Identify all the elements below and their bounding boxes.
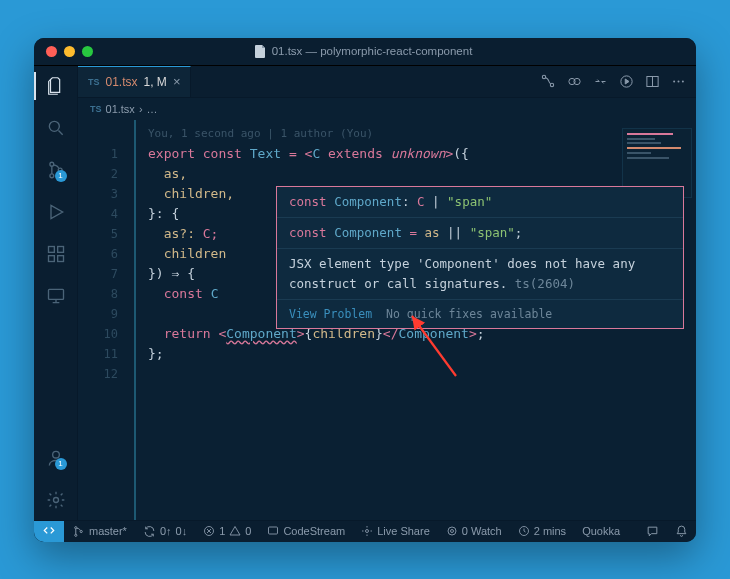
window-title-text: 01.tsx — polymorphic-react-component [272,45,473,57]
svg-point-19 [681,80,683,82]
scm-badge: 1 [55,170,67,182]
editor-area: TS 01.tsx 1, M × TS 01.tsx › [78,66,696,520]
more-actions-icon[interactable] [670,73,686,89]
editor-tabs: TS 01.tsx 1, M × [78,66,696,98]
compare-changes-icon[interactable] [540,73,556,89]
crumb-more: … [147,103,158,115]
svg-rect-6 [57,255,63,261]
run-icon[interactable] [618,73,634,89]
watch-indicator[interactable]: 0 Watch [438,521,510,542]
crumb-file: 01.tsx [106,103,135,115]
svg-point-21 [75,526,77,528]
file-icon [255,45,266,58]
annotation-arrow [406,310,462,380]
feedback-icon[interactable] [638,521,667,542]
hover-source-line: const Component = as || "span"; [277,218,683,248]
tab-status: 1, M [144,75,167,89]
svg-line-20 [412,316,456,376]
quokka-indicator[interactable]: Quokka [574,521,628,542]
window-title: 01.tsx — polymorphic-react-component [93,45,634,58]
titlebar: 01.tsx — polymorphic-react-component [34,38,696,66]
traffic-lights [46,46,93,57]
view-problem-link[interactable]: View Problem [289,305,372,323]
maximize-window-button[interactable] [82,46,93,57]
svg-point-27 [448,527,456,535]
svg-point-9 [52,451,59,458]
svg-rect-5 [48,255,54,261]
tab-filename: 01.tsx [106,75,138,89]
tab-01-tsx[interactable]: TS 01.tsx 1, M × [78,66,191,97]
crumb-lang: TS [90,104,102,114]
svg-point-2 [49,173,53,177]
remote-indicator[interactable] [34,521,64,542]
hover-tooltip: const Component: C | "span" const Compon… [276,186,684,329]
close-window-button[interactable] [46,46,57,57]
codestream-indicator[interactable]: CodeStream [259,521,353,542]
run-debug-icon[interactable] [44,200,68,224]
vscode-window: 01.tsx — polymorphic-react-component 1 [34,38,696,542]
svg-rect-8 [48,289,63,299]
hover-type-signature: const Component: C | "span" [277,187,683,217]
svg-point-23 [80,530,82,532]
status-bar: master* 0↑ 0↓ 1 0 CodeStream Live Share … [34,520,696,542]
split-editor-icon[interactable] [644,73,660,89]
svg-point-10 [53,497,58,502]
svg-rect-4 [48,246,54,252]
time-indicator[interactable]: 2 mins [510,521,574,542]
sync-indicator[interactable]: 0↑ 0↓ [135,521,195,542]
code-content[interactable]: You, 1 second ago | 1 author (You) expor… [136,120,696,520]
search-icon[interactable] [44,116,68,140]
svg-point-18 [677,80,679,82]
source-control-icon[interactable]: 1 [44,158,68,182]
liveshare-indicator[interactable]: Live Share [353,521,438,542]
git-blame-annotation: You, 1 second ago | 1 author (You) [148,124,696,144]
activity-bar: 1 1 [34,66,78,520]
explorer-icon[interactable] [44,74,68,98]
crumb-sep: › [139,103,143,115]
svg-rect-25 [269,527,278,534]
svg-rect-7 [57,246,63,252]
extensions-icon[interactable] [44,242,68,266]
svg-point-26 [366,530,369,533]
toggle-icon[interactable] [566,73,582,89]
svg-point-1 [49,162,53,166]
svg-point-22 [75,534,77,536]
svg-point-28 [450,530,453,533]
hover-error-message: JSX element type 'Component' does not ha… [277,249,683,299]
breadcrumbs[interactable]: TS 01.tsx › … [78,98,696,120]
open-changes-icon[interactable] [592,73,608,89]
accounts-badge: 1 [55,458,67,470]
tab-lang-badge: TS [88,77,100,87]
svg-point-0 [49,121,59,131]
problems-indicator[interactable]: 1 0 [195,521,259,542]
svg-point-17 [673,80,675,82]
close-tab-icon[interactable]: × [173,74,181,89]
minimize-window-button[interactable] [64,46,75,57]
line-gutter: 1 2 3 4 5 6 7 8 9 10 11 12 [78,120,136,520]
code-editor[interactable]: 1 2 3 4 5 6 7 8 9 10 11 12 You, 1 second… [78,120,696,520]
remote-explorer-icon[interactable] [44,284,68,308]
accounts-icon[interactable]: 1 [44,446,68,470]
settings-gear-icon[interactable] [44,488,68,512]
notifications-icon[interactable] [667,521,696,542]
svg-point-11 [542,75,545,78]
git-branch-indicator[interactable]: master* [64,521,135,542]
tab-actions [540,66,696,97]
svg-point-12 [550,83,553,86]
